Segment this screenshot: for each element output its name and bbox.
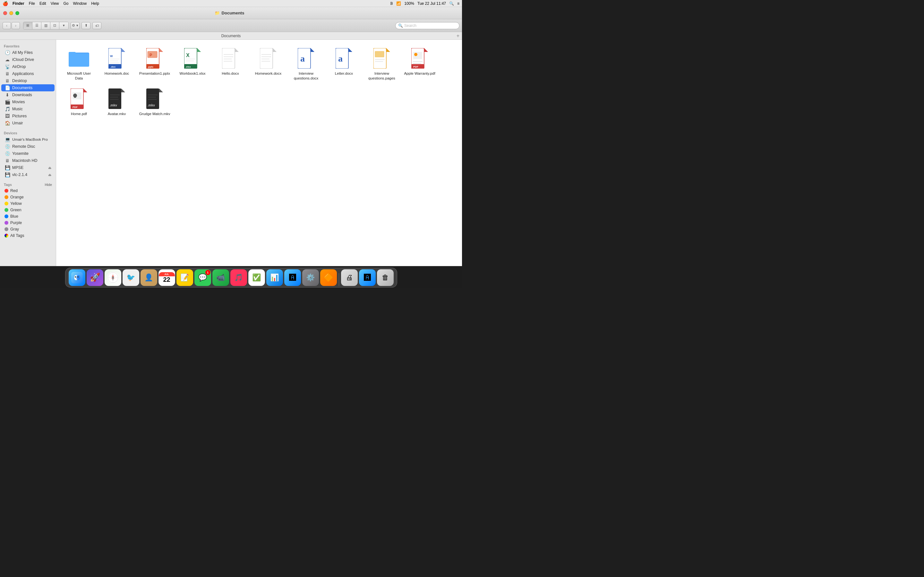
file-item-homework-doc[interactable]: W .doc Homework.doc — [99, 45, 134, 83]
dock-reminders[interactable]: ✅ — [248, 269, 265, 286]
sidebar-item-desktop[interactable]: 🖥 Desktop — [1, 77, 55, 84]
sidebar-tag-green[interactable]: Green — [1, 207, 55, 213]
dock-trash[interactable]: 🗑 — [377, 269, 394, 286]
avatar-name: Avatar.mkv — [108, 111, 126, 116]
apple-menu[interactable]: 🍎 — [3, 1, 8, 6]
sidebar-tag-red[interactable]: Red — [1, 187, 55, 194]
current-path: Documents — [221, 34, 241, 38]
search-magnifier-icon: 🔍 — [398, 23, 403, 28]
close-button[interactable] — [3, 11, 7, 15]
vlc-eject-button[interactable]: ⏏ — [48, 173, 51, 177]
sidebar-item-movies[interactable]: 🎬 Movies — [1, 98, 55, 105]
xlsx-icon: X .xlsx — [184, 48, 201, 69]
file-item-avatar[interactable]: .mkv Avatar.mkv — [99, 85, 134, 118]
docx-icon — [222, 48, 239, 69]
sidebar-item-applications[interactable]: 🖥 Applications — [1, 70, 55, 77]
orange-tag-dot — [5, 195, 8, 199]
file-item-letter[interactable]: a Letter.docx — [326, 45, 362, 83]
sidebar-item-mpse[interactable]: 💾 MPSE ⏏ — [1, 164, 55, 171]
sidebar-tag-all[interactable]: All Tags — [1, 232, 55, 239]
sidebar-item-macbook[interactable]: 💻 Umair's MacBook Pro — [1, 136, 55, 143]
sidebar-item-pictures[interactable]: 🖼 Pictures — [1, 113, 55, 119]
toolbar: ‹ › ⊞ ☰ ▥ ⊡ ▾ ⚙ ▾ ⬆ 🏷 🔍 Search — [0, 19, 462, 32]
sidebar-tag-yellow[interactable]: Yellow — [1, 200, 55, 207]
home-pdf-name: Home.pdf — [71, 111, 87, 116]
music-icon: 🎵 — [5, 106, 10, 111]
dock-finder[interactable] — [69, 269, 86, 286]
column-view-button[interactable]: ▥ — [41, 22, 50, 29]
dock-keynote[interactable]: 📊 — [266, 269, 283, 286]
sidebar-tag-blue[interactable]: Blue — [1, 213, 55, 219]
all-files-icon: 🕐 — [5, 50, 10, 55]
tag-button[interactable]: 🏷 — [92, 22, 102, 29]
sidebar-tag-purple[interactable]: Purple — [1, 219, 55, 226]
help-menu[interactable]: Help — [91, 1, 99, 6]
sidebar-item-documents[interactable]: 📄 Documents — [1, 84, 55, 91]
go-menu[interactable]: Go — [63, 1, 69, 6]
dock-facetime[interactable]: 📹 — [212, 269, 229, 286]
title-bar: 📁 Documents — [0, 7, 462, 19]
sidebar-item-airdrop[interactable]: 📡 AirDrop — [1, 63, 55, 70]
file-item-workbook[interactable]: X .xlsx Workbook1.xlsx — [175, 45, 210, 83]
dock-appstore2[interactable]: 🅰 — [359, 269, 376, 286]
gallery-view-button[interactable]: ⊡ — [50, 22, 59, 29]
dock-notes[interactable]: 📝 — [176, 269, 193, 286]
sidebar-item-music[interactable]: 🎵 Music — [1, 105, 55, 113]
sidebar-item-downloads[interactable]: ⬇ Downloads — [1, 91, 55, 98]
action-button[interactable]: ⚙ ▾ — [71, 22, 79, 29]
fullscreen-button[interactable] — [15, 11, 19, 15]
finder-menu[interactable]: Finder — [13, 1, 24, 6]
dock-messages[interactable]: 💬 1 — [194, 269, 211, 286]
sidebar-item-icloud[interactable]: ☁ iCloud Drive — [1, 56, 55, 63]
dock-rocket[interactable]: 🚀 — [87, 269, 103, 286]
file-item-hello[interactable]: Hello.docx — [213, 45, 248, 83]
search-spotlight-icon[interactable]: 🔍 — [449, 1, 454, 6]
dock-music[interactable]: 🎵 — [230, 269, 247, 286]
file-item-apple-warranty[interactable]: PDF Apple Warranty.pdf — [402, 45, 437, 83]
sidebar-item-yosemite[interactable]: 💿 Yosemite — [1, 150, 55, 157]
view-options-button[interactable]: ▾ — [59, 22, 68, 29]
dock-safari[interactable] — [105, 269, 121, 286]
sidebar-item-umair[interactable]: 🏠 Umair — [1, 119, 55, 127]
add-tab-button[interactable]: + — [457, 33, 459, 39]
file-menu[interactable]: File — [29, 1, 35, 6]
tags-hide-button[interactable]: Hide — [45, 183, 52, 187]
file-item-ms-user-data[interactable]: Microsoft User Data — [61, 45, 97, 83]
share-button[interactable]: ⬆ — [81, 22, 90, 29]
sidebar-item-macintosh-hd[interactable]: 🖥 Macintosh HD — [1, 157, 55, 164]
file-item-interview-pages[interactable]: Interview questions.pages — [364, 45, 399, 83]
file-item-home-pdf[interactable]: PDF Home.pdf — [61, 85, 97, 118]
list-view-button[interactable]: ☰ — [32, 22, 41, 29]
sidebar-item-all-files[interactable]: 🕐 All My Files — [1, 49, 55, 56]
svg-text:W: W — [110, 55, 113, 58]
file-item-interview-docx[interactable]: a Interview questions.docx — [288, 45, 324, 83]
dock-sendbird[interactable]: 🐦 — [123, 269, 139, 286]
mpse-eject-button[interactable]: ⏏ — [48, 166, 51, 170]
dock-print[interactable]: 🖨 — [341, 269, 358, 286]
window-menu[interactable]: Window — [73, 1, 87, 6]
sidebar-tag-orange[interactable]: Orange — [1, 194, 55, 200]
yellow-tag-label: Yellow — [10, 201, 22, 206]
file-item-presentation[interactable]: P .pptx Presentation1.pptx — [137, 45, 172, 83]
dock-syspref[interactable]: ⚙️ — [302, 269, 319, 286]
dock-vlc[interactable]: 🔶 — [320, 269, 337, 286]
forward-button[interactable]: › — [11, 22, 20, 29]
svg-text:.mkv: .mkv — [110, 103, 117, 107]
dock-calendar[interactable]: JUL 22 — [158, 269, 175, 286]
view-menu[interactable]: View — [51, 1, 59, 6]
svg-rect-16 — [148, 51, 157, 58]
file-item-homework-docx[interactable]: Homework.docx — [250, 45, 286, 83]
sidebar-item-vlc[interactable]: 💾 vlc-2.1.4 ⏏ — [1, 171, 55, 178]
sidebar-tag-gray[interactable]: Gray — [1, 226, 55, 232]
minimize-button[interactable] — [9, 11, 13, 15]
file-item-grudge[interactable]: .mkv Grudge Match.mkv — [137, 85, 172, 118]
dock-appstore[interactable]: 🅰 — [284, 269, 301, 286]
dock-contacts[interactable]: 👤 — [141, 269, 157, 286]
ms-user-data-name: Microsoft User Data — [63, 71, 95, 81]
icon-view-button[interactable]: ⊞ — [23, 22, 32, 29]
search-box[interactable]: 🔍 Search — [395, 22, 459, 29]
sidebar-item-remote-disc[interactable]: 💿 Remote Disc — [1, 143, 55, 150]
control-center-icon[interactable]: ≡ — [457, 1, 459, 6]
edit-menu[interactable]: Edit — [39, 1, 46, 6]
back-button[interactable]: ‹ — [3, 22, 11, 29]
